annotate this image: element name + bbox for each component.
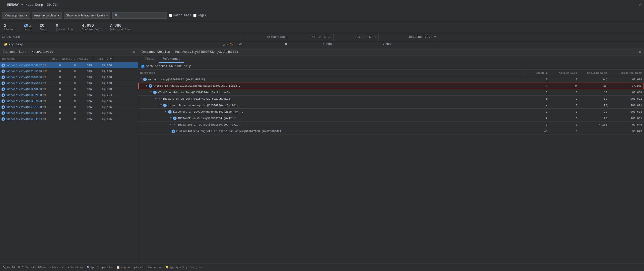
tab-label: Logcat bbox=[121, 266, 131, 269]
info-icon: i bbox=[149, 84, 152, 88]
reference-row[interactable]: ▼ ≡ Index 9 in Object[]@315742728 (0x12d… bbox=[138, 96, 644, 102]
count-label: Count bbox=[40, 28, 48, 31]
ref-shallow: 12 bbox=[579, 89, 609, 96]
instance-row[interactable]: i MainActivity@316399960 ⚠x 8 0 345 87,1… bbox=[0, 110, 138, 116]
instance-shallow: 345 bbox=[77, 80, 94, 86]
instance-row[interactable]: i MainActivity@315994464 ⚠x 8 0 345 87,1… bbox=[0, 116, 138, 122]
tab-references[interactable]: References bbox=[159, 56, 184, 63]
instance-row[interactable]: i MainActivity@316156720 ⚠x1 8 0 345 87,… bbox=[0, 68, 138, 74]
ref-depth: 6 bbox=[524, 89, 549, 96]
bottom-tab[interactable]: ☰TODO bbox=[18, 266, 28, 269]
tab-fields[interactable]: Fields bbox=[141, 56, 159, 63]
instance-retained: 87,254 bbox=[94, 92, 113, 98]
match-case-checkbox-label[interactable]: Match Case bbox=[169, 14, 191, 17]
warn-icon: ⚠x bbox=[42, 76, 46, 79]
close-instance-list-button[interactable]: ✕ bbox=[133, 50, 135, 54]
ref-retained: 93,875 bbox=[609, 128, 644, 134]
instance-name: i MainActivity@316075544 ⚠x bbox=[0, 80, 50, 86]
instance-retained: 87,628 bbox=[94, 62, 113, 68]
ref-name: ▼ i INSTANCE in Class@315365784 (0x12cc1… bbox=[138, 115, 524, 121]
count-value: 20 bbox=[40, 24, 44, 28]
close-details-button[interactable]: ✕ bbox=[639, 50, 641, 54]
reference-row[interactable]: ▼ i INSTANCE in Class@315365784 (0x12cc1… bbox=[138, 115, 644, 122]
instance-shallow: 345 bbox=[77, 86, 94, 92]
bottom-tab[interactable]: 💡App Quality Insights bbox=[165, 266, 202, 269]
native-size-label: Native Size bbox=[56, 28, 74, 31]
ref-retained: 87,628 bbox=[609, 76, 644, 82]
app-heap-name: 📁 app heap bbox=[0, 42, 144, 46]
instance-retained: 87,125 bbox=[94, 110, 113, 116]
reference-row[interactable]: ▼ i MainActivity@315908632 (0x12d46218) … bbox=[138, 76, 644, 83]
instance-row[interactable]: i MainActivity@315908632 ⚠x 8 0 345 87,6… bbox=[0, 62, 138, 68]
classes-label: Classes bbox=[4, 28, 16, 31]
back-button[interactable]: ← bbox=[2, 3, 4, 7]
bottom-tab[interactable]: ▦Layout Inspector bbox=[134, 266, 162, 269]
app-heap-alloc: ⚠ ⚠ 20 20 bbox=[144, 42, 244, 46]
bottom-tab[interactable]: 🔍App Inspection bbox=[86, 266, 114, 269]
th-native-size: Native Size bbox=[289, 34, 334, 40]
instance-retained: 87,125 bbox=[94, 116, 113, 122]
bottom-tab[interactable]: 🔨Build bbox=[2, 266, 15, 269]
ref-native: 0 bbox=[549, 83, 579, 89]
show-leaks-dropdown[interactable]: Show activity/fragment Leaks ▼ bbox=[64, 12, 110, 19]
match-case-checkbox[interactable] bbox=[169, 14, 172, 17]
toggle-icon: ▼ bbox=[170, 123, 172, 126]
reference-row[interactable]: ▼ ≡ Index 166 in Object[]@315097092 (0x1… bbox=[138, 122, 644, 128]
memory-dropdown-icon[interactable]: ▼ bbox=[21, 3, 23, 7]
search-box: 🔍 bbox=[112, 12, 167, 19]
search-input[interactable] bbox=[119, 14, 165, 17]
th-retained-size: Retained Size ▼ bbox=[378, 34, 438, 40]
instance-row[interactable]: i MainActivity@316318880 ⚠x 8 0 345 87,6… bbox=[0, 74, 138, 80]
toggle-icon: ▼ bbox=[146, 85, 147, 88]
instance-details-panel: Instance Details - MainActivity@31590863… bbox=[138, 48, 644, 271]
ith-instance: Instance bbox=[0, 56, 50, 62]
ref-native: 0 bbox=[549, 115, 579, 121]
reference-row[interactable]: ▼ i listeners in DeviceManager@315742688… bbox=[138, 108, 644, 115]
instance-native: 0 bbox=[62, 68, 77, 74]
reference-row[interactable]: ▼ i mTaskRunnable in Task@315742944 (0x1… bbox=[138, 89, 644, 96]
rth-retained-size: Retained Size bbox=[609, 70, 644, 76]
instance-native: 0 bbox=[62, 116, 77, 122]
warn-icon: ⚠x bbox=[42, 94, 46, 97]
instance-native: 0 bbox=[62, 110, 77, 116]
shallow-size-stat: 4,690 Shallow Size bbox=[82, 24, 102, 31]
instance-rows: i MainActivity@315908632 ⚠x 8 0 345 87,6… bbox=[0, 62, 138, 122]
instance-row[interactable]: i MainActivity@316562568 ⚠x 8 0 345 87,2… bbox=[0, 92, 138, 98]
reference-row[interactable]: i runtimeInternalObjects in PathClassLoa… bbox=[138, 128, 644, 134]
arrange-by-class-dropdown[interactable]: Arrange by class ▼ bbox=[32, 12, 62, 19]
instance-row[interactable]: i MainActivity@316481488 ⚠x 8 0 345 87,1… bbox=[0, 104, 138, 110]
ref-retained: 901,861 bbox=[609, 115, 644, 121]
rth-depth: Depth ▲ bbox=[524, 70, 549, 76]
bottom-tab[interactable]: ⚠Problems bbox=[31, 266, 46, 269]
instance-shallow: 345 bbox=[77, 92, 94, 98]
toolbar: View app heap ▼ Arrange by class ▼ Show … bbox=[0, 10, 644, 21]
info-icon: i bbox=[172, 130, 175, 133]
instance-depth: 8 bbox=[50, 62, 62, 68]
warn-icon: ⚠x bbox=[42, 82, 46, 85]
toggle-icon: ▼ bbox=[140, 78, 142, 81]
instance-row[interactable]: i MainActivity@316237800 ⚠x 8 0 345 87,1… bbox=[0, 98, 138, 104]
instance-row[interactable]: i MainActivity@316075544 ⚠x 8 0 345 87,6… bbox=[0, 80, 138, 86]
tab-label: App Quality Insights bbox=[170, 266, 202, 269]
instance-shallow: 345 bbox=[77, 116, 94, 122]
info-icon: i bbox=[163, 104, 166, 107]
view-app-heap-dropdown[interactable]: View app heap ▼ bbox=[2, 12, 30, 19]
app-heap-row[interactable]: 📁 app heap ⚠ ⚠ 20 20 0 4,690 7,380 bbox=[0, 41, 644, 48]
gc-root-checkbox[interactable] bbox=[141, 65, 144, 68]
instance-native: 0 bbox=[62, 80, 77, 86]
instance-name: i MainActivity@315994464 ⚠x bbox=[0, 116, 50, 122]
regex-checkbox-label[interactable]: Regex bbox=[193, 14, 206, 17]
split-pane: Instance List - MainActivity ✕ Instance … bbox=[0, 48, 644, 271]
bottom-tab[interactable]: 📋Logcat bbox=[116, 266, 131, 269]
reference-row[interactable]: ▼ i elementData in ArrayList@315742704 (… bbox=[138, 102, 644, 108]
tab-label: Terminal bbox=[52, 266, 65, 269]
reference-row[interactable]: ▼ i this$0 in MainActivity$1TaskRunable@… bbox=[138, 83, 644, 89]
regex-checkbox[interactable] bbox=[193, 14, 196, 17]
info-icon: i bbox=[2, 100, 5, 103]
ref-native: 0 bbox=[549, 89, 579, 96]
rth-reference: Reference bbox=[138, 70, 524, 76]
bottom-tab[interactable]: >Terminal bbox=[49, 266, 65, 269]
ref-retained: 92,546 bbox=[609, 122, 644, 128]
bottom-tab[interactable]: ▶Services bbox=[68, 266, 83, 269]
instance-row[interactable]: i MainActivity@316643600 ⚠x 8 0 345 87,3… bbox=[0, 86, 138, 92]
